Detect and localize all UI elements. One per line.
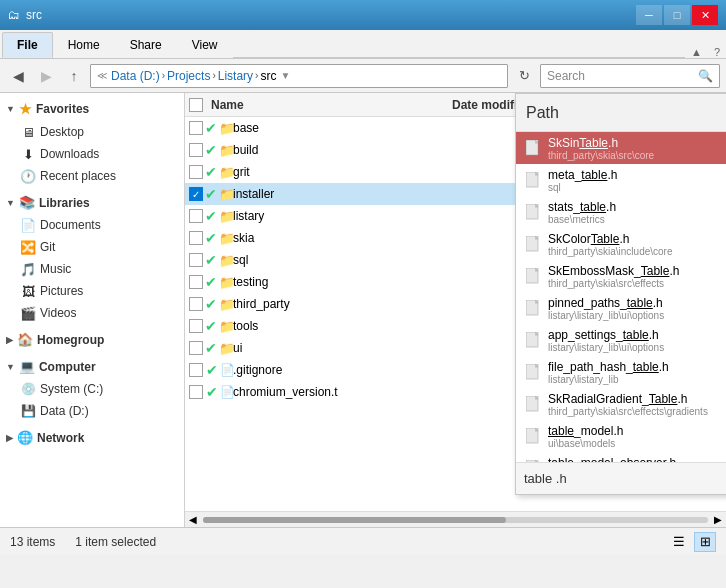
- libraries-label: Libraries: [39, 196, 90, 210]
- autocomplete-item-app-settings[interactable]: app_settings_table.h listary\listary_lib…: [516, 324, 726, 356]
- scroll-track[interactable]: [203, 517, 708, 523]
- sidebar-item-videos-label: Videos: [40, 306, 76, 320]
- close-button[interactable]: ✕: [692, 5, 718, 25]
- sidebar-item-desktop[interactable]: 🖥 Desktop: [0, 121, 184, 143]
- sidebar-computer-header[interactable]: ▼ 💻 Computer: [0, 355, 184, 378]
- checkbox-installer[interactable]: ✓: [189, 187, 203, 201]
- favorites-label: Favorites: [36, 102, 89, 116]
- checkbox-chromium-version[interactable]: [189, 385, 203, 399]
- checkbox-grit[interactable]: [189, 165, 203, 179]
- details-view-button[interactable]: ☰: [668, 532, 690, 552]
- desktop-icon: 🖥: [20, 124, 36, 140]
- doc-icon-skemboss: [524, 267, 542, 285]
- title-bar-title: src: [26, 8, 636, 22]
- autocomplete-item-table-model[interactable]: table_model.h ui\base\models: [516, 420, 726, 452]
- ribbon-expand[interactable]: ▲: [685, 46, 708, 58]
- autocomplete-item-skemboss[interactable]: SkEmbossMask_Table.h third_party\skia\sr…: [516, 260, 726, 292]
- autocomplete-item-file-path-hash[interactable]: file_path_hash_table.h listary\listary_l…: [516, 356, 726, 388]
- autocomplete-item-table-model-observer[interactable]: table_model_observer.h ui\base\models: [516, 452, 726, 462]
- folder-icon-grit: ✔📁: [211, 163, 229, 181]
- checkbox-skia[interactable]: [189, 231, 203, 245]
- doc-icon-app-settings: [524, 331, 542, 349]
- autocomplete-item-path-pinned: listary\listary_lib\ui\options: [548, 310, 726, 321]
- autocomplete-item-path-app-settings: listary\listary_lib\ui\options: [548, 342, 726, 353]
- tab-share[interactable]: Share: [115, 32, 177, 58]
- title-bar-icon: 🗂: [8, 8, 20, 22]
- tab-home[interactable]: Home: [53, 32, 115, 58]
- libraries-icon: 📚: [19, 195, 35, 210]
- sidebar-libraries-header[interactable]: ▼ 📚 Libraries: [0, 191, 184, 214]
- checkbox-ui[interactable]: [189, 341, 203, 355]
- autocomplete-list: SkSinTable.h third_party\skia\src\core ♥…: [516, 132, 726, 462]
- sidebar-item-data-d[interactable]: 💾 Data (D:): [0, 400, 184, 422]
- autocomplete-item-name-table-model: table_model.h: [548, 424, 726, 438]
- sidebar-item-pictures[interactable]: 🖼 Pictures: [0, 280, 184, 302]
- sidebar-item-git[interactable]: 🔀 Git: [0, 236, 184, 258]
- checkbox-base[interactable]: [189, 121, 203, 135]
- checkbox-third-party[interactable]: [189, 297, 203, 311]
- checkbox-gitignore[interactable]: [189, 363, 203, 377]
- list-view-button[interactable]: ⊞: [694, 532, 716, 552]
- up-button[interactable]: ↑: [62, 64, 86, 88]
- sidebar-item-recent-places[interactable]: 🕐 Recent places: [0, 165, 184, 187]
- favorites-star-icon: ★: [19, 101, 32, 117]
- autocomplete-item-name-pinned: pinned_paths_table.h: [548, 296, 726, 310]
- checkbox-sql[interactable]: [189, 253, 203, 267]
- computer-icon: 💻: [19, 359, 35, 374]
- sidebar-item-system-c-label: System (C:): [40, 382, 103, 396]
- minimize-button[interactable]: ─: [636, 5, 662, 25]
- autocomplete-search-input[interactable]: [524, 471, 726, 486]
- status-bar: 13 items 1 item selected ☰ ⊞: [0, 527, 726, 555]
- checkbox-tools[interactable]: [189, 319, 203, 333]
- sidebar-libraries-section: ▼ 📚 Libraries 📄 Documents 🔀 Git 🎵 Music …: [0, 191, 184, 324]
- sidebar-item-videos[interactable]: 🎬 Videos: [0, 302, 184, 324]
- checkbox-testing[interactable]: [189, 275, 203, 289]
- sidebar-item-documents-label: Documents: [40, 218, 101, 232]
- maximize-button[interactable]: □: [664, 5, 690, 25]
- address-listary[interactable]: Listary: [218, 69, 253, 83]
- autocomplete-item-meta-table[interactable]: meta_table.h sql: [516, 164, 726, 196]
- autocomplete-item-path-skradial: third_party\skia\src\effects\gradients: [548, 406, 726, 417]
- checkbox-listary[interactable]: [189, 209, 203, 223]
- autocomplete-item-path-meta: sql: [548, 182, 726, 193]
- help-button[interactable]: ?: [708, 46, 726, 58]
- autocomplete-item-skcolor[interactable]: SkColorTable.h third_party\skia\include\…: [516, 228, 726, 260]
- folder-icon-listary: ✔📁: [211, 207, 229, 225]
- autocomplete-item-sksin[interactable]: SkSinTable.h third_party\skia\src\core ♥: [516, 132, 726, 164]
- back-button[interactable]: ◀: [6, 64, 30, 88]
- autocomplete-item-name-skcolor: SkColorTable.h: [548, 232, 726, 246]
- autocomplete-item-name-table-model-observer: table_model_observer.h: [548, 456, 726, 463]
- sidebar-item-documents[interactable]: 📄 Documents: [0, 214, 184, 236]
- autocomplete-item-stats-table[interactable]: stats_table.h base\metrics: [516, 196, 726, 228]
- sidebar-item-music[interactable]: 🎵 Music: [0, 258, 184, 280]
- doc-icon-skradial: [524, 395, 542, 413]
- autocomplete-item-skradial[interactable]: SkRadialGradient_Table.h third_party\ski…: [516, 388, 726, 420]
- sidebar-favorites-header[interactable]: ▼ ★ Favorites: [0, 97, 184, 121]
- file-icon-chromium-version: ✔📄: [211, 383, 229, 401]
- videos-icon: 🎬: [20, 305, 36, 321]
- address-path[interactable]: ≪ Data (D:) › Projects › Listary › src ▼: [90, 64, 508, 88]
- sidebar-network-header[interactable]: ▶ 🌐 Network: [0, 426, 184, 449]
- select-all-checkbox[interactable]: [189, 98, 203, 112]
- address-projects[interactable]: Projects: [167, 69, 210, 83]
- computer-label: Computer: [39, 360, 96, 374]
- scroll-left-button[interactable]: ◀: [185, 512, 201, 528]
- autocomplete-item-path-skemboss: third_party\skia\src\effects: [548, 278, 726, 289]
- tab-file[interactable]: File: [2, 32, 53, 58]
- search-input[interactable]: [547, 69, 698, 83]
- search-box[interactable]: 🔍: [540, 64, 720, 88]
- file-list: Name Date modified Type Size ✔📁 base ✔📁 …: [185, 93, 726, 527]
- checkbox-build[interactable]: [189, 143, 203, 157]
- sidebar-item-system-c[interactable]: 💿 System (C:): [0, 378, 184, 400]
- view-controls: ☰ ⊞: [668, 532, 716, 552]
- scroll-right-button[interactable]: ▶: [710, 512, 726, 528]
- autocomplete-item-pinned-paths[interactable]: pinned_paths_table.h listary\listary_lib…: [516, 292, 726, 324]
- horizontal-scrollbar[interactable]: ◀ ▶: [185, 511, 726, 527]
- tab-view[interactable]: View: [177, 32, 233, 58]
- refresh-button[interactable]: ↻: [512, 64, 536, 88]
- sidebar-item-downloads[interactable]: ⬇ Downloads: [0, 143, 184, 165]
- homegroup-label: Homegroup: [37, 333, 104, 347]
- forward-button[interactable]: ▶: [34, 64, 58, 88]
- address-data-d[interactable]: Data (D:): [111, 69, 160, 83]
- sidebar-homegroup-header[interactable]: ▶ 🏠 Homegroup: [0, 328, 184, 351]
